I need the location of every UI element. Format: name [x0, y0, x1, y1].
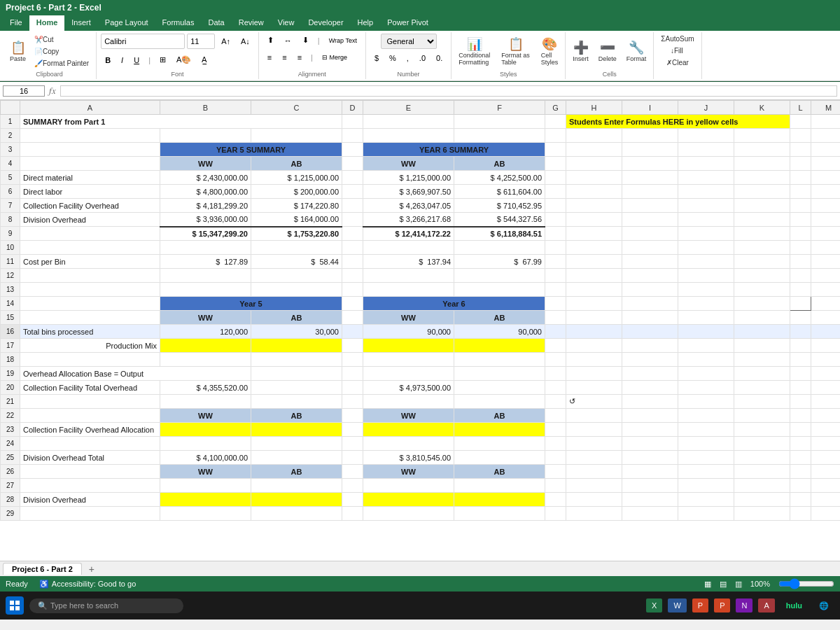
- sheet-tab-project6[interactable]: Project 6 - Part 2: [3, 563, 82, 575]
- year5-col-header[interactable]: Year 5: [160, 297, 342, 311]
- taskbar-excel-icon[interactable]: X: [646, 598, 662, 612]
- cell-L1[interactable]: [790, 115, 811, 129]
- bold-button[interactable]: B: [101, 54, 115, 66]
- add-sheet-button[interactable]: +: [83, 562, 100, 576]
- label-cost-per-bin[interactable]: Cost per Bin: [20, 255, 160, 269]
- delete-button[interactable]: ➖ Delete: [596, 40, 620, 64]
- y5-ww-header[interactable]: WW: [160, 157, 251, 171]
- taskbar-onenote-icon[interactable]: N: [736, 598, 752, 612]
- percent-button[interactable]: %: [385, 52, 400, 64]
- y5-ab-header[interactable]: AB: [251, 157, 342, 171]
- align-left-button[interactable]: ≡: [263, 51, 276, 64]
- cell-D1[interactable]: [342, 115, 363, 129]
- formula-input[interactable]: [60, 85, 837, 97]
- view-normal-icon[interactable]: ▦: [704, 580, 711, 589]
- tab-file[interactable]: File: [3, 15, 29, 31]
- tab-insert[interactable]: Insert: [64, 15, 98, 31]
- taskbar-word-icon[interactable]: W: [668, 598, 686, 612]
- format-painter-button[interactable]: 🖌️ Format Painter: [31, 58, 92, 69]
- increase-font-button[interactable]: A↑: [217, 35, 234, 48]
- label-direct-material[interactable]: Direct material: [20, 171, 160, 185]
- label-div-overhead-row[interactable]: Division Overhead: [20, 493, 160, 507]
- function-icon[interactable]: 𝑓𝑥: [49, 85, 56, 97]
- format-button[interactable]: 🔧 Format: [624, 40, 650, 64]
- tab-home[interactable]: Home: [29, 15, 65, 31]
- clear-button[interactable]: ✗ Clear: [664, 57, 692, 68]
- label-direct-labor[interactable]: Direct labor: [20, 185, 160, 199]
- year5-header[interactable]: YEAR 5 SUMMARY: [160, 143, 342, 157]
- search-bar[interactable]: 🔍 Type here to search: [29, 598, 183, 613]
- format-as-table-button[interactable]: 📋 Format asTable: [498, 36, 533, 67]
- col-I[interactable]: I: [622, 101, 678, 115]
- fill-button[interactable]: ↓ Fill: [668, 46, 687, 56]
- col-L[interactable]: L: [790, 101, 811, 115]
- label-total-bins[interactable]: Total bins processed: [20, 325, 160, 339]
- borders-button[interactable]: ⊞: [155, 53, 170, 66]
- tab-power-pivot[interactable]: Power Pivot: [380, 15, 435, 31]
- col-M[interactable]: M: [811, 101, 841, 115]
- font-family-input[interactable]: [101, 34, 185, 49]
- col-A[interactable]: A: [20, 101, 160, 115]
- cell-M1[interactable]: [811, 115, 841, 129]
- decrease-font-button[interactable]: A↓: [237, 35, 254, 48]
- col-K[interactable]: K: [734, 101, 790, 115]
- col-G[interactable]: G: [545, 101, 566, 115]
- taskbar-powerpoint2-icon[interactable]: P: [714, 598, 730, 612]
- tab-view[interactable]: View: [271, 15, 302, 31]
- conditional-formatting-button[interactable]: 📊 ConditionalFormatting: [456, 36, 493, 67]
- cell-A1[interactable]: SUMMARY from Part 1: [20, 115, 342, 129]
- label-cf-alloc[interactable]: Collection Facility Overhead Allocation: [20, 423, 160, 437]
- tab-review[interactable]: Review: [232, 15, 271, 31]
- cell-G1[interactable]: [545, 115, 566, 129]
- accounting-format-button[interactable]: $: [370, 52, 383, 64]
- name-box[interactable]: [3, 85, 45, 97]
- y6-ww-header[interactable]: WW: [363, 157, 454, 171]
- tab-developer[interactable]: Developer: [301, 15, 350, 31]
- font-size-input[interactable]: [187, 34, 215, 49]
- col-B[interactable]: B: [160, 101, 251, 115]
- col-C[interactable]: C: [251, 101, 342, 115]
- col-F[interactable]: F: [454, 101, 545, 115]
- col-H[interactable]: H: [566, 101, 622, 115]
- taskbar-access-icon[interactable]: A: [758, 598, 774, 612]
- align-right-button[interactable]: ≡: [293, 51, 306, 64]
- cut-button[interactable]: ✂️ Cut: [31, 34, 92, 45]
- fill-color-button[interactable]: A🎨: [172, 53, 195, 66]
- col-D[interactable]: D: [342, 101, 363, 115]
- year6-col-header[interactable]: Year 6: [363, 297, 545, 311]
- copy-button[interactable]: 📄 Copy: [31, 46, 92, 57]
- cell-styles-button[interactable]: 🎨 CellStyles: [538, 36, 561, 67]
- label-prod-mix[interactable]: Production Mix: [20, 339, 160, 353]
- tab-page-layout[interactable]: Page Layout: [98, 15, 155, 31]
- wrap-text-button[interactable]: Wrap Text: [325, 35, 361, 46]
- taskbar-browser-icon[interactable]: 🌐: [813, 598, 834, 613]
- insert-button[interactable]: ➕ Insert: [570, 40, 592, 64]
- cell-H1[interactable]: Students Enter Formulas HERE in yellow c…: [566, 115, 790, 129]
- view-break-icon[interactable]: ▥: [735, 580, 742, 589]
- label-cf-total[interactable]: Collection Facility Total Overhead: [20, 381, 160, 395]
- align-middle-button[interactable]: ↔: [280, 34, 296, 47]
- zoom-slider[interactable]: [778, 578, 834, 589]
- number-format-select[interactable]: General Number Currency Accounting Perce…: [381, 34, 437, 49]
- col-E[interactable]: E: [363, 101, 454, 115]
- taskbar-hulu[interactable]: hulu: [780, 598, 808, 612]
- view-layout-icon[interactable]: ▤: [720, 580, 727, 589]
- paste-button[interactable]: 📋 Paste: [7, 40, 29, 64]
- font-color-button[interactable]: A̲: [197, 53, 211, 66]
- comma-button[interactable]: ,: [402, 52, 413, 64]
- align-bottom-button[interactable]: ⬇: [298, 34, 313, 47]
- cell-F1[interactable]: [454, 115, 545, 129]
- y6-ab-header[interactable]: AB: [454, 157, 545, 171]
- label-div-total[interactable]: Division Overhead Total: [20, 451, 160, 465]
- tab-formulas[interactable]: Formulas: [155, 15, 202, 31]
- label-overhead-allocation[interactable]: Overhead Allocation Base = Output: [20, 367, 251, 381]
- col-J[interactable]: J: [678, 101, 734, 115]
- taskbar-powerpoint-icon[interactable]: P: [692, 598, 708, 612]
- label-cf-overhead[interactable]: Collection Facility Overhead: [20, 199, 160, 213]
- decrease-decimal-button[interactable]: 0.: [432, 52, 447, 64]
- italic-button[interactable]: I: [117, 54, 127, 66]
- cell-E1[interactable]: [363, 115, 454, 129]
- start-button[interactable]: [6, 596, 24, 615]
- underline-button[interactable]: U: [130, 54, 144, 66]
- year6-header[interactable]: YEAR 6 SUMMARY: [363, 143, 545, 157]
